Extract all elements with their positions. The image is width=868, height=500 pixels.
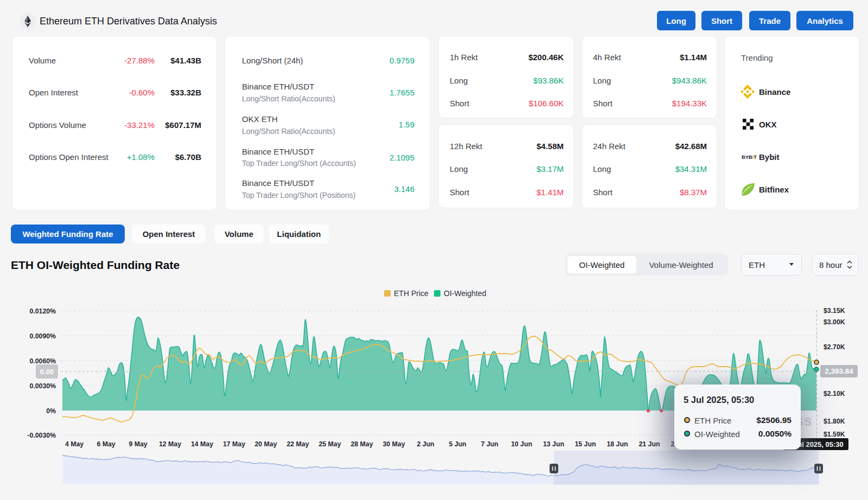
- svg-text:0.0060%: 0.0060%: [29, 357, 56, 365]
- svg-text:18 Jun: 18 Jun: [607, 440, 628, 448]
- svg-text:5 Jun: 5 Jun: [449, 440, 466, 448]
- svg-text:13 Jun: 13 Jun: [543, 440, 564, 448]
- svg-text:6 May: 6 May: [97, 440, 115, 448]
- svg-text:0.0090%: 0.0090%: [29, 332, 56, 340]
- svg-text:0.0030%: 0.0030%: [29, 382, 56, 390]
- svg-text:2 Jun: 2 Jun: [417, 440, 434, 448]
- svg-text:7 Jun: 7 Jun: [481, 440, 498, 448]
- svg-text:28 May: 28 May: [350, 440, 373, 448]
- svg-text:14 May: 14 May: [191, 440, 213, 448]
- svg-text:15 Jun: 15 Jun: [575, 440, 596, 448]
- svg-text:0.0120%: 0.0120%: [29, 307, 56, 315]
- svg-text:$2.70K: $2.70K: [824, 343, 845, 351]
- svg-text:0%: 0%: [46, 407, 56, 415]
- svg-text:$1.80K: $1.80K: [824, 418, 845, 425]
- svg-text:22 May: 22 May: [286, 440, 309, 448]
- svg-text:10 Jun: 10 Jun: [511, 440, 532, 448]
- svg-text:30 May: 30 May: [382, 440, 405, 448]
- svg-text:25 May: 25 May: [318, 440, 341, 448]
- svg-text:9 May: 9 May: [129, 440, 147, 448]
- svg-text:$2.10K: $2.10K: [824, 390, 845, 398]
- svg-text:21 Jun: 21 Jun: [639, 440, 660, 448]
- svg-text:4 May: 4 May: [65, 440, 84, 448]
- svg-text:$3.15K: $3.15K: [824, 307, 845, 315]
- svg-text:-0.0030%: -0.0030%: [27, 432, 56, 439]
- svg-text:12 May: 12 May: [159, 440, 181, 448]
- svg-text:17 May: 17 May: [223, 440, 245, 448]
- svg-text:$3.00K: $3.00K: [824, 318, 845, 326]
- svg-text:20 May: 20 May: [254, 440, 277, 448]
- svg-text:$1.59K: $1.59K: [824, 431, 845, 438]
